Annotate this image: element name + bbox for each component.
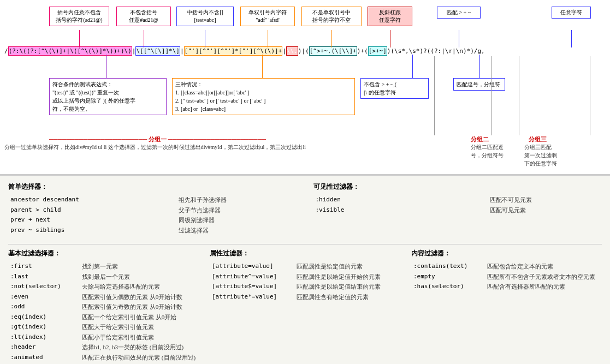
annotation-bracket-no-bracket: 中括号内不含[][test=abc] (176, 7, 234, 26)
group-two-description: 分组二匹配逗号，分组符号 (471, 143, 520, 159)
reference-section: 简单选择器： ancestor descendant 祖先和子孙选择器 pare… (0, 175, 610, 364)
basic-filters-table: :first 找到第一元素 :last 找到最后一个元素 :not(select… (8, 261, 199, 362)
visibility-filters-table: :hidden 匹配不可见元素 :visible 匹配可见元素 (313, 195, 602, 215)
annotation-three-cases: 三种情况： 1. [[class=abc]]or[[abc]]or[ 'abc'… (172, 78, 355, 115)
group-divider-2 (491, 56, 492, 135)
desc-cell: 匹配小于给定索引引值元素 (80, 332, 199, 343)
conn-bottom-4 (479, 55, 480, 78)
annotation-quotes-content: 单双引号内字符"adf" 'afsd' (240, 7, 295, 26)
desc-cell: 匹配可见元素 (488, 205, 602, 216)
connector-6 (390, 30, 390, 47)
table-row: prev ~ siblings 过滤选择器 (8, 225, 297, 236)
basic-filters-title: 基本过滤选择器： (8, 249, 199, 258)
desc-cell: 父子节点选择器 (176, 205, 297, 216)
table-row: :contains(text) 匹配包含给定文本的元素 (411, 261, 602, 272)
table-row: :last 找到最后一个元素 (8, 272, 199, 282)
selector-cell: parent > child (8, 205, 176, 216)
content-filters-table: :contains(text) 匹配包含给定文本的元素 :empty 匹配所有不… (411, 261, 602, 292)
desc-cell: 匹配索引值为奇数的元素 从0开始计数 (80, 302, 199, 312)
group-one-description: 分组一过滤单块选择符，比如div#myId ul li 这个选择器，过滤第一次的… (4, 143, 364, 151)
selector-cell: :eq(index) (8, 312, 80, 323)
desc-cell: 找到最后一个元素 (80, 272, 199, 282)
selector-cell: :hidden (313, 195, 488, 205)
attr-filters-block: 属性过滤器： [attribute=value] 匹配属性是给定值的元素 [at… (210, 249, 400, 362)
visibility-filters-block: 可见性过滤器： :hidden 匹配不可见元素 :visible 匹配可见元素 (313, 182, 602, 235)
annotation-not-quotes-paren: 不是单双引号中括号的字符不空 (301, 7, 362, 26)
selector-cell: :empty (411, 272, 485, 282)
annotation-not-gt-plus: 不包含 > + ~,( [\ 的任意字符 (360, 78, 429, 99)
annotation-comma-group: 匹配逗号，分组符 (453, 78, 505, 91)
connector-7 (459, 30, 459, 47)
table-row: :visible 匹配可见元素 (313, 205, 602, 216)
desc-cell: 匹配属性是以给定值开始的元素 (294, 272, 400, 282)
selector-cell: :has(selector) (411, 282, 485, 292)
desc-cell: 匹配所有不包含子元素或者文本的空元素 (485, 272, 602, 282)
group-divider-1 (434, 56, 435, 135)
annotation-backslash: 反斜杠跟任意字符 (368, 7, 412, 26)
desc-cell: 匹配正在执行动画效果的元素 (目前没用过) (80, 353, 199, 363)
group-divider-4 (590, 56, 590, 135)
selector-cell: ancestor descendant (8, 195, 176, 205)
table-row: [attribute*=value] 匹配属性含有给定值的元素 (210, 292, 400, 302)
selector-cell: :visible (313, 205, 488, 216)
desc-cell: 匹配包含给定文本的元素 (485, 261, 602, 272)
table-row: [attribute=value] 匹配属性是给定值的元素 (210, 261, 400, 272)
table-row: :even 匹配索引值为偶数的元素 从0开始计数 (8, 292, 199, 302)
table-row: :hidden 匹配不可见元素 (313, 195, 602, 205)
selector-cell: prev + next (8, 215, 176, 225)
group-divider-3 (519, 56, 519, 135)
selector-cell: :header (8, 342, 80, 353)
table-row: :odd 匹配索引值为奇数的元素 从0开始计数 (8, 302, 199, 312)
group-label-one: ─────────────────────── 分组一 ────────────… (49, 135, 266, 144)
table-row: :empty 匹配所有不包含子元素或者文本的空元素 (411, 272, 602, 282)
table-row: prev + next 同级别选择器 (8, 215, 297, 225)
selector-cell: :odd (8, 302, 80, 312)
selector-cell: prev ~ siblings (8, 225, 176, 236)
table-row: :has(selector) 匹配含有选择器所匹配的元素 (411, 282, 602, 292)
desc-cell: 匹配含有选择器所匹配的元素 (485, 282, 602, 292)
selector-cell: [attribute=value] (210, 261, 294, 272)
attr-filters-table: [attribute=value] 匹配属性是给定值的元素 [attribute… (210, 261, 400, 302)
regex-diagram-section: 插号内任意不包含括号的字符(ad21@) 不包含括号任意#ad21@ 中括号内不… (0, 0, 610, 175)
table-row: ancestor descendant 祖先和子孙选择器 (8, 195, 297, 205)
annotation-no-paren: 不包含括号任意#ad21@ (116, 7, 171, 26)
connector-4 (268, 30, 268, 47)
group-label-three: 分组三 (529, 135, 547, 144)
desc-cell: 匹配不可见元素 (488, 195, 602, 205)
connector-8 (571, 30, 572, 47)
simple-selectors-title: 简单选择器： (8, 182, 297, 192)
selector-cell: :last (8, 272, 80, 282)
selector-cell: :gt(index) (8, 322, 80, 332)
desc-cell: 祖先和子孙选择器 (176, 195, 297, 205)
table-row: :eq(index) 匹配一个给定索引引值元素 从0开始 (8, 312, 199, 323)
annotation-paren-content: 插号内任意不包含括号的字符(ad21@) (49, 7, 109, 26)
group-label-two: 分组二 (471, 135, 489, 144)
selector-cell: :first (8, 261, 80, 272)
desc-cell: 过滤选择器 (176, 225, 297, 236)
regex-line: /(?:\((?:[^\(\)]+|\([^\(\)]*\))+)\)|\[[^… (4, 47, 606, 55)
desc-cell: 匹配大于给定索引引值元素 (80, 322, 199, 332)
connector-3 (205, 30, 205, 47)
group-three-description: 分组三匹配第一次过滤剩下的任意字符 (524, 143, 579, 168)
selector-cell: :not(selector) (8, 282, 80, 292)
table-row: :animated 匹配正在执行动画效果的元素 (目前没用过) (8, 353, 199, 363)
content-filters-block: 内容过滤器： :contains(text) 匹配包含给定文本的元素 :empt… (411, 249, 602, 362)
table-row: [attribute^=value] 匹配属性是以给定值开始的元素 (210, 272, 400, 282)
desc-cell: 找到第一元素 (80, 261, 199, 272)
table-row: [attribute$=value] 匹配属性是以给定值结束的元素 (210, 282, 400, 292)
annotation-test-expr: 符合条件的测试表达式： "(test)" 或 "((test))" 重复一次 或… (49, 78, 167, 115)
selector-cell: [attribute$=value] (210, 282, 294, 292)
connector-2 (144, 30, 144, 47)
desc-cell: 去除与给定选择器匹配的元素 (80, 282, 199, 292)
table-row: :header 选择h1, h2, h3一类的标签 (目前没用过) (8, 342, 199, 353)
connector-1 (79, 30, 80, 47)
basic-filters-block: 基本过滤选择器： :first 找到第一元素 :last 找到最后一个元素 :n… (8, 249, 199, 362)
section-divider (8, 244, 602, 244)
content-filters-title: 内容过滤器： (411, 249, 602, 258)
table-row: :first 找到第一元素 (8, 261, 199, 272)
desc-cell: 匹配属性是以给定值结束的元素 (294, 282, 400, 292)
desc-cell: 匹配一个给定索引引值元素 从0开始 (80, 312, 199, 323)
attr-filters-title: 属性过滤器： (210, 249, 400, 258)
table-row: parent > child 父子节点选择器 (8, 205, 297, 216)
selector-cell: :even (8, 292, 80, 302)
